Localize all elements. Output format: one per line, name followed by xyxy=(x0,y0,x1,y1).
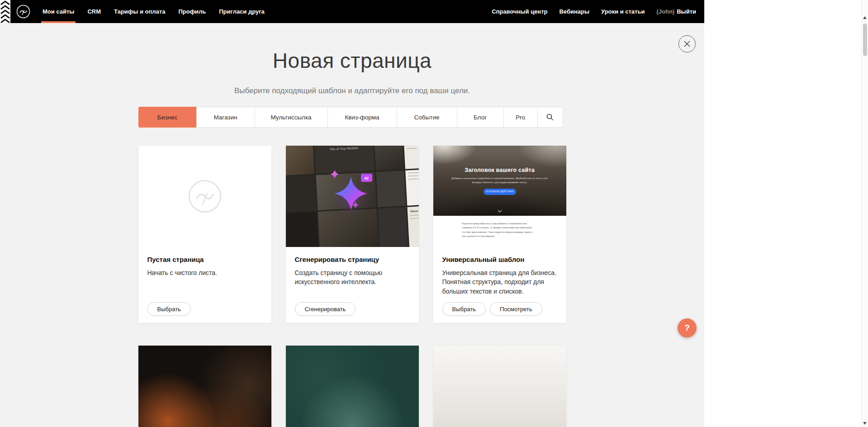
small-sparkle-icon xyxy=(330,169,339,179)
card-actions: Выбрать xyxy=(147,302,262,316)
universal-template-preview: Заголовок вашего сайта Добавьте интересн… xyxy=(433,146,566,247)
chevron-down-icon xyxy=(498,210,502,213)
nav-lessons-label: Уроки и статьи xyxy=(601,8,645,15)
nav-help-center[interactable]: Справочный центр xyxy=(492,0,547,23)
template-body-text: Коротко представьтесь и расскажите о ком… xyxy=(462,222,537,238)
nav-invite-friend[interactable]: Пригласи друга xyxy=(219,0,265,23)
tab-event-label: Событие xyxy=(414,114,440,121)
tab-event[interactable]: Событие xyxy=(397,107,457,128)
card-title: Пустая страница xyxy=(147,256,262,263)
text-bar xyxy=(406,146,419,146)
card-universal-template: Заголовок вашего сайта Добавьте интересн… xyxy=(433,146,566,323)
template-body-section: Коротко представьтесь и расскажите о ком… xyxy=(433,222,566,247)
template-card xyxy=(138,346,271,427)
template-cards-row-2 xyxy=(138,346,566,427)
scrollbar-thumb[interactable] xyxy=(863,24,867,56)
collage-about-label: About us xyxy=(407,206,419,213)
close-button[interactable] xyxy=(678,35,696,52)
ai-generate-info: Сгенерировать страницу Создать страницу … xyxy=(286,247,419,323)
card-actions: Сгенерировать xyxy=(295,302,410,316)
generate-button[interactable]: Сгенерировать xyxy=(295,302,356,316)
template-thumbnail xyxy=(286,346,419,427)
ai-generate-preview: Title of Your Website xyxy=(286,146,419,247)
page-subtitle: Выберите подходящий шаблон и адаптируйте… xyxy=(0,86,704,96)
tab-pro-label: Pro xyxy=(516,114,525,121)
blank-page-preview xyxy=(138,146,271,247)
collage-site-title: Title of Your Website xyxy=(314,146,373,152)
collage-tile xyxy=(374,146,404,171)
nav-my-sites[interactable]: Мои сайты xyxy=(43,0,74,23)
text-bar xyxy=(408,175,418,176)
tab-quiz-label: Квиз-форма xyxy=(345,114,379,121)
card-blank-page: Пустая страница Начать с чистого листа. … xyxy=(138,146,271,323)
template-category-tabs: Бизнес Магазин Мультиссылка Квиз-форма С… xyxy=(138,107,566,128)
tab-search[interactable] xyxy=(537,107,563,128)
tab-business[interactable]: Бизнес xyxy=(138,107,197,128)
scrollbar[interactable] xyxy=(861,0,868,427)
tab-store[interactable]: Магазин xyxy=(196,107,255,128)
logout-link[interactable]: (John) Выйти xyxy=(656,8,696,15)
card-title: Универсальный шаблон xyxy=(442,256,557,263)
template-card xyxy=(286,346,419,427)
blank-page-info: Пустая страница Начать с чистого листа. … xyxy=(138,247,271,323)
help-button[interactable]: ? xyxy=(678,318,697,337)
ai-badge: AI xyxy=(361,174,372,182)
scroll-down-arrow[interactable] xyxy=(863,422,867,425)
scroll-up-arrow[interactable] xyxy=(863,16,867,19)
card-ai-generate: Title of Your Website xyxy=(286,146,419,323)
collage-tile xyxy=(403,146,419,169)
text-bar xyxy=(410,214,419,216)
tilda-logo[interactable] xyxy=(16,0,30,23)
logout-label: Выйти xyxy=(677,8,696,15)
close-icon xyxy=(684,41,690,47)
zigzag-pattern xyxy=(0,0,10,23)
collage-tile xyxy=(286,212,319,247)
collage-tile xyxy=(286,175,317,212)
nav-pricing[interactable]: Тарифы и оплата xyxy=(114,0,165,23)
user-name: (John) xyxy=(656,8,674,15)
right-gutter xyxy=(704,0,868,427)
card-description: Начать с чистого листа. xyxy=(147,268,262,277)
nav-lessons[interactable]: Уроки и статьи xyxy=(601,0,645,23)
nav-invite-friend-label: Пригласи друга xyxy=(219,8,265,15)
nav-webinars[interactable]: Вебинары xyxy=(559,0,589,23)
template-cover-button: основное действие xyxy=(484,189,516,195)
template-thumbnail xyxy=(433,346,566,427)
nav-profile-label: Профиль xyxy=(178,8,206,15)
collage-tile xyxy=(318,209,379,247)
tab-blog[interactable]: Блог xyxy=(457,107,504,128)
template-card xyxy=(433,346,566,427)
card-description: Универсальная страница для бизнеса. Поня… xyxy=(442,268,557,296)
tab-store-label: Магазин xyxy=(213,114,237,121)
page-title: Новая страница xyxy=(0,49,704,72)
new-page-screen: Мои сайты CRM Тарифы и оплата Профиль Пр… xyxy=(0,0,704,427)
template-cover: Заголовок вашего сайта Добавьте интересн… xyxy=(433,146,566,216)
top-navigation-bar: Мои сайты CRM Тарифы и оплата Профиль Пр… xyxy=(0,0,704,23)
search-icon xyxy=(546,114,554,121)
tab-blog-label: Блог xyxy=(474,114,487,121)
tilda-watermark-icon xyxy=(188,179,222,214)
collage-tile: About us xyxy=(407,206,419,247)
nav-help-center-label: Справочный центр xyxy=(492,8,547,15)
nav-profile[interactable]: Профиль xyxy=(178,0,206,23)
collage-tile xyxy=(405,170,419,206)
template-cover-subtitle: Добавьте интересные подробности о вашей … xyxy=(451,176,549,185)
tab-multilink[interactable]: Мультиссылка xyxy=(255,107,328,128)
main-nav: Мои сайты CRM Тарифы и оплата Профиль Пр… xyxy=(43,0,265,23)
choose-template-button[interactable]: Выбрать xyxy=(442,302,486,316)
choose-blank-button[interactable]: Выбрать xyxy=(147,302,191,316)
tab-quiz[interactable]: Квиз-форма xyxy=(327,107,397,128)
nav-my-sites-label: Мои сайты xyxy=(43,8,74,15)
tab-pro[interactable]: Pro xyxy=(503,107,538,128)
zigzag-icon xyxy=(0,0,10,23)
nav-webinars-label: Вебинары xyxy=(559,8,589,15)
text-bar xyxy=(408,178,419,180)
collage-tile: Title of Your Website xyxy=(314,146,375,174)
tilda-logo-icon xyxy=(16,5,30,19)
nav-crm[interactable]: CRM xyxy=(87,0,101,23)
secondary-nav: Справочный центр Вебинары Уроки и статьи… xyxy=(492,0,704,23)
nav-crm-label: CRM xyxy=(87,8,101,15)
view-template-button[interactable]: Посмотреть xyxy=(490,302,542,316)
collage-tile xyxy=(286,146,314,176)
tab-multilink-label: Мультиссылка xyxy=(270,114,311,121)
